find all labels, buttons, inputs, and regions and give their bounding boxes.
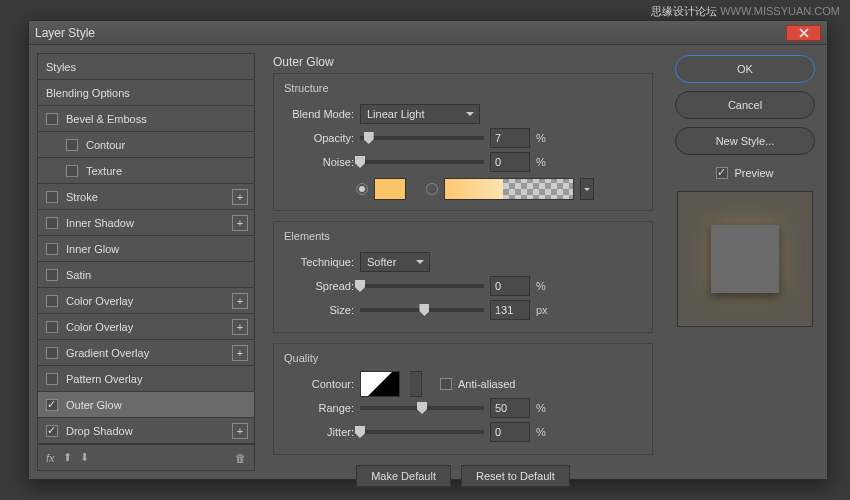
outer-glow-checkbox[interactable] [46, 399, 58, 411]
close-button[interactable] [786, 25, 821, 41]
solid-color-radio[interactable] [356, 183, 368, 195]
range-slider[interactable] [360, 406, 484, 410]
watermark-url: WWW.MISSYUAN.COM [720, 5, 840, 17]
ok-button[interactable]: OK [675, 55, 815, 83]
anti-aliased-checkbox[interactable] [440, 378, 452, 390]
size-input[interactable] [490, 300, 530, 320]
watermark-cn: 思缘设计论坛 [651, 5, 717, 17]
spread-label: Spread: [284, 280, 354, 292]
spread-slider[interactable] [360, 284, 484, 288]
fx-menu-icon[interactable]: fx [46, 452, 55, 464]
color-overlay1-item[interactable]: Color Overlay+ [38, 288, 254, 314]
reset-default-button[interactable]: Reset to Default [461, 465, 570, 487]
new-style-button[interactable]: New Style... [675, 127, 815, 155]
drop-shadow-item[interactable]: Drop Shadow+ [38, 418, 254, 444]
size-slider[interactable] [360, 308, 484, 312]
structure-fieldset: Structure Blend Mode: Linear Light Opaci… [273, 73, 653, 211]
drop-shadow-checkbox[interactable] [46, 425, 58, 437]
contour-dropdown-icon[interactable] [410, 371, 422, 397]
pattern-overlay-item[interactable]: Pattern Overlay [38, 366, 254, 392]
elements-fieldset: Elements Technique: Softer Spread: % Siz… [273, 221, 653, 333]
range-label: Range: [284, 402, 354, 414]
blend-mode-dropdown[interactable]: Linear Light [360, 104, 480, 124]
structure-title: Structure [284, 82, 642, 94]
preview-label: Preview [734, 167, 773, 179]
gradient-radio[interactable] [426, 183, 438, 195]
preview-inner [711, 225, 779, 293]
layer-style-dialog: Layer Style Styles Blending Options Beve… [28, 20, 828, 480]
contour-label: Contour: [284, 378, 354, 390]
range-input[interactable] [490, 398, 530, 418]
texture-item[interactable]: Texture [38, 158, 254, 184]
anti-aliased-label: Anti-aliased [458, 378, 515, 390]
opacity-slider[interactable] [360, 136, 484, 140]
glow-gradient-swatch[interactable] [444, 178, 574, 200]
preview-checkbox[interactable] [716, 167, 728, 179]
elements-title: Elements [284, 230, 642, 242]
size-label: Size: [284, 304, 354, 316]
inner-shadow-item[interactable]: Inner Shadow+ [38, 210, 254, 236]
color-overlay2-checkbox[interactable] [46, 321, 58, 333]
close-icon [799, 28, 809, 38]
right-panel: OK Cancel New Style... Preview [671, 53, 819, 471]
blending-options-item[interactable]: Blending Options [38, 80, 254, 106]
gradient-overlay-item[interactable]: Gradient Overlay+ [38, 340, 254, 366]
stroke-checkbox[interactable] [46, 191, 58, 203]
opacity-label: Opacity: [284, 132, 354, 144]
quality-title: Quality [284, 352, 642, 364]
move-up-icon[interactable]: ⬆ [63, 451, 72, 464]
make-default-button[interactable]: Make Default [356, 465, 451, 487]
bevel-emboss-item[interactable]: Bevel & Emboss [38, 106, 254, 132]
inner-glow-item[interactable]: Inner Glow [38, 236, 254, 262]
dialog-title: Layer Style [35, 26, 786, 40]
blend-mode-label: Blend Mode: [284, 108, 354, 120]
panel-title: Outer Glow [273, 55, 653, 69]
color-overlay2-item[interactable]: Color Overlay+ [38, 314, 254, 340]
contour-picker[interactable] [360, 371, 400, 397]
stroke-item[interactable]: Stroke+ [38, 184, 254, 210]
contour-item[interactable]: Contour [38, 132, 254, 158]
settings-panel: Outer Glow Structure Blend Mode: Linear … [265, 53, 661, 471]
cancel-button[interactable]: Cancel [675, 91, 815, 119]
styles-panel: Styles Blending Options Bevel & Emboss C… [37, 53, 255, 471]
gradient-overlay-checkbox[interactable] [46, 347, 58, 359]
inner-shadow-add-icon[interactable]: + [232, 215, 248, 231]
opacity-input[interactable] [490, 128, 530, 148]
inner-shadow-checkbox[interactable] [46, 217, 58, 229]
stroke-add-icon[interactable]: + [232, 189, 248, 205]
pattern-overlay-checkbox[interactable] [46, 373, 58, 385]
styles-bottom-bar: fx ⬆ ⬇ 🗑 [37, 445, 255, 471]
technique-dropdown[interactable]: Softer [360, 252, 430, 272]
glow-color-swatch[interactable] [374, 178, 406, 200]
styles-header[interactable]: Styles [38, 54, 254, 80]
color-overlay2-add-icon[interactable]: + [232, 319, 248, 335]
jitter-input[interactable] [490, 422, 530, 442]
noise-label: Noise: [284, 156, 354, 168]
jitter-slider[interactable] [360, 430, 484, 434]
noise-input[interactable] [490, 152, 530, 172]
spread-input[interactable] [490, 276, 530, 296]
drop-shadow-add-icon[interactable]: + [232, 423, 248, 439]
noise-slider[interactable] [360, 160, 484, 164]
outer-glow-item[interactable]: Outer Glow [38, 392, 254, 418]
inner-glow-checkbox[interactable] [46, 243, 58, 255]
texture-checkbox[interactable] [66, 165, 78, 177]
gradient-dropdown-icon[interactable] [580, 178, 594, 200]
move-down-icon[interactable]: ⬇ [80, 451, 89, 464]
technique-label: Technique: [284, 256, 354, 268]
gradient-overlay-add-icon[interactable]: + [232, 345, 248, 361]
color-overlay1-add-icon[interactable]: + [232, 293, 248, 309]
contour-checkbox[interactable] [66, 139, 78, 151]
color-overlay1-checkbox[interactable] [46, 295, 58, 307]
jitter-label: Jitter: [284, 426, 354, 438]
titlebar[interactable]: Layer Style [29, 21, 827, 45]
bevel-checkbox[interactable] [46, 113, 58, 125]
trash-icon[interactable]: 🗑 [235, 452, 246, 464]
preview-thumbnail [677, 191, 813, 327]
satin-checkbox[interactable] [46, 269, 58, 281]
quality-fieldset: Quality Contour: Anti-aliased Range: % [273, 343, 653, 455]
satin-item[interactable]: Satin [38, 262, 254, 288]
